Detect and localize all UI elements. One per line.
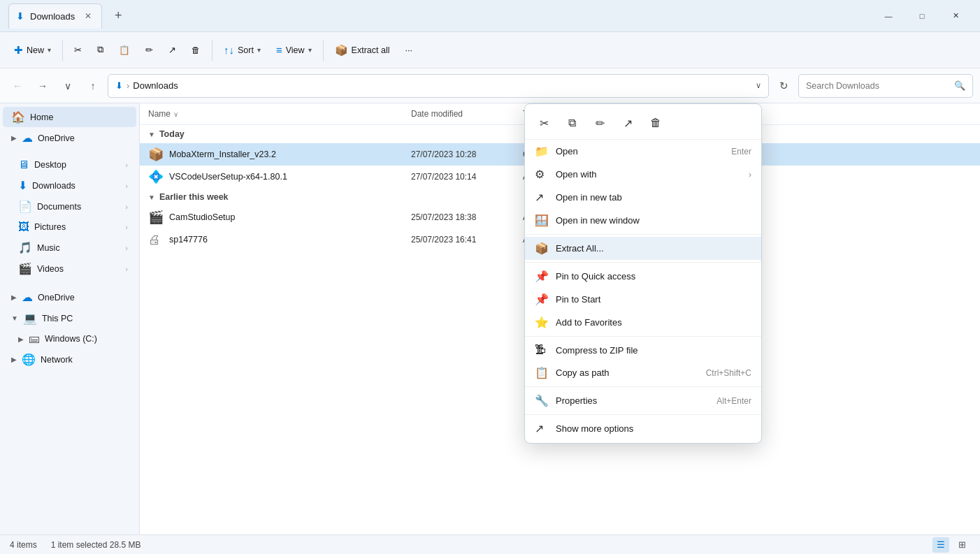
ctx-open-with-icon: ⚙ bbox=[535, 168, 547, 181]
sidebar: 🏠 Home ▶ ☁ OneDrive 🖥 Desktop › ⬇ Downlo… bbox=[0, 103, 140, 534]
sidebar-network-label: Network bbox=[41, 355, 73, 365]
tab-download-icon: ⬇ bbox=[16, 10, 24, 22]
new-button[interactable]: ✚ New ▾ bbox=[7, 38, 58, 63]
ctx-copy-path-icon: 📋 bbox=[535, 366, 547, 379]
window-controls: — □ ✕ bbox=[872, 5, 972, 27]
delete-button[interactable]: 🗑 bbox=[185, 38, 208, 63]
ctx-item-compress-zip[interactable]: 🗜 Compress to ZIP file bbox=[525, 339, 761, 361]
status-view-toggles: ☰ ⊞ bbox=[932, 537, 970, 553]
breadcrumb-folder-icon: ⬇ bbox=[115, 80, 123, 91]
ctx-copy-button[interactable]: ⧉ bbox=[560, 111, 584, 135]
ctx-open-shortcut: Enter bbox=[731, 147, 751, 156]
ctx-properties-label: Properties bbox=[556, 395, 708, 406]
search-box[interactable]: 🔍 bbox=[798, 74, 973, 98]
more-options-button[interactable]: ··· bbox=[398, 38, 419, 63]
ctx-open-with-arrow-icon: › bbox=[749, 170, 751, 180]
sidebar-item-downloads[interactable]: ⬇ Downloads › bbox=[10, 175, 136, 196]
ctx-item-pin-quick-access[interactable]: 📌 Pin to Quick access bbox=[525, 265, 761, 288]
sort-button[interactable]: ↑↓ Sort ▾ bbox=[217, 38, 268, 63]
view-label: View bbox=[286, 45, 305, 55]
ctx-divider-1 bbox=[525, 234, 761, 235]
cut-icon: ✂ bbox=[74, 45, 82, 55]
cut-button[interactable]: ✂ bbox=[67, 38, 89, 63]
sidebar-item-onedrive[interactable]: ▶ ☁ OneDrive bbox=[3, 128, 136, 148]
ctx-item-pin-start[interactable]: 📌 Pin to Start bbox=[525, 288, 761, 311]
ctx-new-tab-label: Open in new tab bbox=[556, 192, 751, 203]
sidebar-item-onedrive2[interactable]: ▶ ☁ OneDrive bbox=[3, 287, 136, 307]
col-name-header[interactable]: Name ∨ bbox=[140, 106, 405, 122]
ctx-item-open-with[interactable]: ⚙ Open with › bbox=[525, 163, 761, 186]
ctx-cut-button[interactable]: ✂ bbox=[532, 111, 556, 135]
tab-close-button[interactable]: ✕ bbox=[85, 11, 92, 21]
ctx-pin-qa-label: Pin to Quick access bbox=[556, 271, 751, 282]
sidebar-item-desktop[interactable]: 🖥 Desktop › bbox=[10, 155, 136, 175]
ctx-item-add-favorites[interactable]: ⭐ Add to Favorites bbox=[525, 311, 761, 334]
delete-icon: 🗑 bbox=[192, 45, 201, 55]
ctx-copy-path-shortcut: Ctrl+Shift+C bbox=[706, 368, 751, 378]
ctx-pin-start-label: Pin to Start bbox=[556, 294, 751, 305]
extract-icon: 📦 bbox=[335, 44, 348, 57]
ctx-item-show-more[interactable]: ↗ Show more options bbox=[525, 417, 761, 440]
sidebar-item-home[interactable]: 🏠 Home bbox=[3, 107, 136, 127]
group-today-expand-icon[interactable]: ▼ bbox=[148, 131, 155, 138]
paste-icon: 📋 bbox=[119, 45, 130, 55]
group-today-label: Today bbox=[159, 129, 185, 139]
ctx-delete-button[interactable]: 🗑 bbox=[644, 111, 668, 135]
sidebar-item-network[interactable]: ▶ 🌐 Network bbox=[3, 349, 136, 370]
pictures-icon: 🖼 bbox=[18, 221, 29, 233]
paste-button[interactable]: 📋 bbox=[112, 38, 137, 63]
ctx-item-extract-all[interactable]: 📦 Extract All... bbox=[525, 237, 761, 260]
ctx-open-icon: 📁 bbox=[535, 145, 547, 158]
ctx-item-open-new-tab[interactable]: ↗ Open in new tab bbox=[525, 186, 761, 209]
sidebar-item-documents[interactable]: 📄 Documents › bbox=[10, 196, 136, 217]
sidebar-item-thispc[interactable]: ▼ 💻 This PC bbox=[3, 308, 136, 328]
search-input[interactable] bbox=[806, 81, 950, 91]
new-tab-button[interactable]: + bbox=[108, 6, 129, 27]
extract-all-button[interactable]: 📦 Extract all bbox=[328, 38, 397, 63]
ctx-item-copy-path[interactable]: 📋 Copy as path Ctrl+Shift+C bbox=[525, 361, 761, 384]
sidebar-music-label: Music bbox=[37, 243, 60, 253]
refresh-button[interactable]: ↻ bbox=[773, 75, 794, 96]
breadcrumb-dropdown-icon[interactable]: ∨ bbox=[756, 81, 761, 90]
ctx-pin-qa-icon: 📌 bbox=[535, 270, 547, 283]
maximize-button[interactable]: □ bbox=[906, 5, 938, 27]
ctx-item-open[interactable]: 📁 Open Enter bbox=[525, 140, 761, 163]
status-selection-info: 1 item selected 28.5 MB bbox=[51, 540, 141, 550]
ctx-favorites-label: Add to Favorites bbox=[556, 317, 751, 328]
ctx-rename-button[interactable]: ✏ bbox=[588, 111, 612, 135]
sidebar-onedrive-label: OneDrive bbox=[38, 133, 75, 143]
recent-locations-button[interactable]: ∨ bbox=[57, 75, 78, 96]
up-button[interactable]: ↑ bbox=[82, 75, 103, 96]
minimize-button[interactable]: — bbox=[872, 5, 905, 27]
col-date-header[interactable]: Date modified bbox=[405, 106, 517, 122]
sort-icon: ↑↓ bbox=[224, 44, 234, 56]
ctx-item-open-new-window[interactable]: 🪟 Open in new window bbox=[525, 209, 761, 232]
sidebar-item-pictures[interactable]: 🖼 Pictures › bbox=[10, 217, 136, 237]
view-button[interactable]: ≡ View ▾ bbox=[269, 38, 319, 63]
rename-button[interactable]: ✏ bbox=[138, 38, 160, 63]
forward-button[interactable]: → bbox=[32, 75, 53, 96]
file-date-sp147776: 25/07/2023 16:41 bbox=[405, 233, 517, 246]
thispc-icon: 💻 bbox=[23, 312, 37, 325]
close-button[interactable]: ✕ bbox=[939, 5, 972, 27]
onedrive-expand-icon: ▶ bbox=[11, 134, 17, 142]
ctx-share-button[interactable]: ↗ bbox=[616, 111, 640, 135]
active-tab[interactable]: ⬇ Downloads ✕ bbox=[8, 3, 102, 29]
windows-c-expand-icon: ▶ bbox=[18, 335, 24, 343]
list-view-toggle[interactable]: ☰ bbox=[932, 537, 949, 553]
back-button[interactable]: ← bbox=[7, 75, 28, 96]
grid-view-toggle[interactable]: ⊞ bbox=[953, 537, 970, 553]
documents-icon: 📄 bbox=[18, 200, 32, 213]
sidebar-windows-c-label: Windows (C:) bbox=[45, 334, 97, 344]
sidebar-item-windows-c[interactable]: ▶ 🖴 Windows (C:) bbox=[10, 329, 136, 349]
sidebar-item-music[interactable]: 🎵 Music › bbox=[10, 238, 136, 258]
ctx-item-properties[interactable]: 🔧 Properties Alt+Enter bbox=[525, 389, 761, 412]
tab-title: Downloads bbox=[30, 11, 75, 22]
copy-button[interactable]: ⧉ bbox=[90, 38, 110, 63]
ctx-new-tab-icon: ↗ bbox=[535, 191, 547, 204]
share-button[interactable]: ↗ bbox=[161, 38, 183, 63]
extract-all-label: Extract all bbox=[352, 45, 390, 55]
breadcrumb-bar[interactable]: ⬇ › Downloads ∨ bbox=[108, 74, 769, 98]
sidebar-item-videos[interactable]: 🎬 Videos › bbox=[10, 258, 136, 279]
group-earlier-expand-icon[interactable]: ▼ bbox=[148, 194, 155, 201]
